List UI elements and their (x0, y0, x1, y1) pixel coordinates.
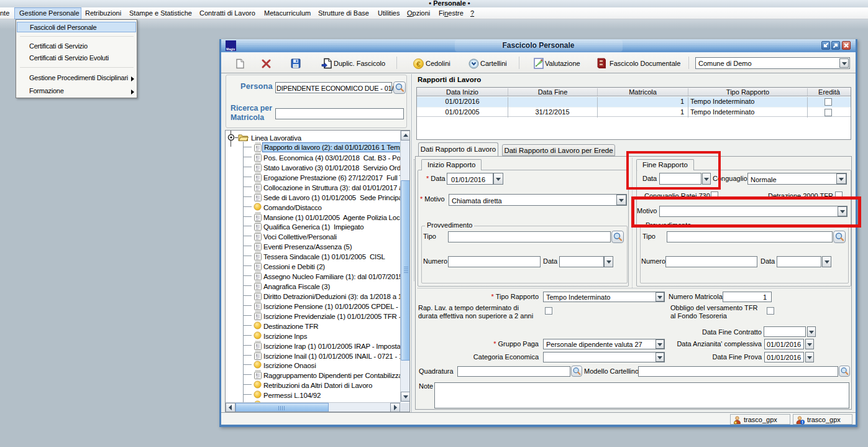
svg-text:€: € (416, 60, 421, 68)
